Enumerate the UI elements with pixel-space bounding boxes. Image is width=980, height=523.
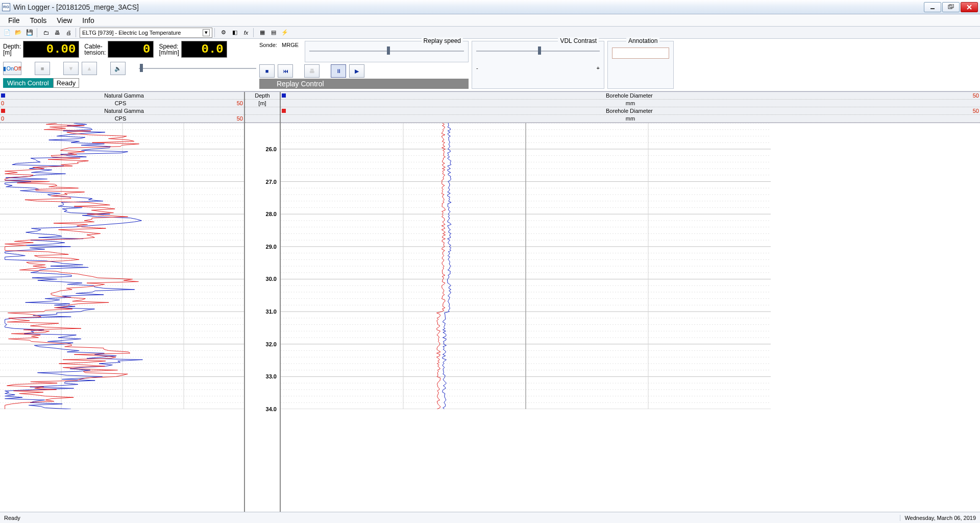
tool-new-icon[interactable]: 📄	[2, 28, 12, 38]
maximize-button[interactable]	[942, 2, 960, 12]
tool-func2-icon[interactable]: ◧	[230, 28, 240, 38]
winch-status: Ready	[53, 78, 80, 88]
depth-tick: 28.0	[266, 211, 277, 217]
sonde-label: Sonde:	[259, 42, 277, 48]
track-depth-body[interactable]: 26.027.028.029.030.031.032.033.034.0	[245, 123, 280, 512]
tool-grid1-icon[interactable]: ▦	[257, 28, 267, 38]
replay-play-button[interactable]: ▶	[349, 64, 364, 78]
vdl-contrast-label: VDL Contrast	[558, 37, 599, 44]
depth-tick: 31.0	[266, 308, 277, 315]
series-color-blue-icon	[1, 93, 5, 98]
depth-unit: [m]	[3, 49, 12, 56]
toolbar-separator	[37, 28, 39, 37]
control-row: Depth:[m] 0.00 Cable-tension: 0 Speed:[m…	[0, 39, 980, 91]
toolbar-separator	[76, 28, 78, 37]
series-color-red-icon	[282, 109, 286, 113]
title-bar: RG Win Logger - [20181205_merge_3ACS]	[0, 0, 980, 14]
vdl-minus: -	[476, 65, 478, 71]
winch-audio-button[interactable]: 🔈	[110, 62, 126, 75]
tool-sonde-select-text: ELTG [9739] - Electric Log Temperature	[82, 30, 181, 36]
winch-speed-slider[interactable]	[139, 62, 256, 75]
track-borehole-body[interactable]	[281, 123, 980, 512]
tool-print-icon[interactable]: 🖶	[52, 28, 62, 38]
annotation-panel: Annotation	[607, 41, 674, 89]
replay-speed-slider[interactable]	[309, 44, 464, 58]
speed-unit: [m/min]	[159, 49, 179, 56]
winch-up-button[interactable]: ▲	[82, 62, 97, 75]
vdl-contrast-panel: VDL Contrast - +	[472, 41, 604, 89]
app-icon: RG	[2, 3, 10, 11]
tool-fx-icon[interactable]: fx	[241, 28, 251, 38]
window-title: Win Logger - [20181205_merge_3ACS]	[13, 3, 923, 11]
depth-value: 0.00	[23, 41, 79, 58]
menu-file[interactable]: File	[3, 15, 25, 26]
tool-bolt-icon[interactable]: ⚡	[280, 28, 290, 38]
toolbar: 📄 📂 💾 🗀 🖶 🖨 ELTG [9739] - Electric Log T…	[0, 27, 980, 39]
depth-tick: 26.0	[266, 146, 277, 152]
tool-open-icon[interactable]: 📂	[13, 28, 23, 38]
tension-label2: tension:	[84, 49, 106, 56]
vdl-plus: +	[597, 65, 600, 71]
speed-value: 0.0	[181, 41, 227, 58]
replay-print-button[interactable]: 🖶	[304, 64, 320, 78]
toolbar-separator	[214, 28, 216, 37]
winch-control-badge: Winch Control	[3, 78, 53, 88]
depth-tick: 29.0	[266, 244, 277, 250]
status-date: Wednesday, March 06, 2019	[900, 515, 976, 521]
menu-view[interactable]: View	[52, 15, 77, 26]
chevron-down-icon: ▾	[203, 29, 210, 36]
status-text: Ready	[4, 515, 20, 521]
replay-control-bar: Replay Control	[259, 79, 469, 89]
annotation-label: Annotation	[626, 37, 659, 44]
track-gamma-header: Natural Gamma 0CPS50 Natural Gamma 0CPS5…	[0, 92, 244, 123]
winch-stop-button[interactable]: ■	[35, 62, 50, 75]
depth-readout: Depth:[m] 0.00	[3, 41, 79, 58]
minimize-button[interactable]	[924, 2, 941, 12]
tool-sonde-select[interactable]: ELTG [9739] - Electric Log Temperature ▾	[80, 28, 212, 38]
depth-tick: 27.0	[266, 179, 277, 185]
track-gamma: Natural Gamma 0CPS50 Natural Gamma 0CPS5…	[0, 92, 245, 512]
winch-onoff-button[interactable]: ▮OnOff	[3, 62, 21, 75]
menu-bar: File Tools View Info	[0, 14, 980, 27]
speed-readout: Speed:[m/min] 0.0	[159, 41, 227, 58]
depth-tick: 30.0	[266, 276, 277, 282]
tool-grid2-icon[interactable]: ▤	[268, 28, 279, 38]
tension-readout: Cable-tension: 0	[84, 41, 154, 58]
close-button[interactable]	[961, 2, 978, 12]
menu-info[interactable]: Info	[77, 15, 99, 26]
depth-tick: 33.0	[266, 373, 277, 379]
replay-rewind-button[interactable]: ⏮	[278, 64, 293, 78]
vdl-contrast-slider[interactable]	[476, 44, 600, 58]
tool-printpreview-icon[interactable]: 🖨	[63, 28, 74, 38]
replay-pause-button[interactable]: ⏸	[331, 64, 346, 78]
menu-tools[interactable]: Tools	[25, 15, 52, 26]
tool-folder-icon[interactable]: 🗀	[41, 28, 51, 38]
depth-tick: 34.0	[266, 406, 277, 412]
track-depth-header: Depth [m]	[245, 92, 280, 123]
track-depth: Depth [m] 26.027.028.029.030.031.032.033…	[245, 92, 281, 512]
status-bar: Ready Wednesday, March 06, 2019	[0, 512, 980, 523]
depth-tick: 32.0	[266, 341, 277, 347]
track-borehole-header: Borehole Diameter50 mm Borehole Diameter…	[281, 92, 980, 123]
annotation-input[interactable]	[612, 47, 669, 59]
replay-stop-button[interactable]: ■	[259, 64, 275, 78]
tool-save-icon[interactable]: 💾	[24, 28, 35, 38]
series-color-blue-icon	[282, 93, 286, 98]
replay-speed-label: Replay speed	[422, 37, 463, 44]
winch-down-button[interactable]: ▼	[63, 62, 79, 75]
log-area: Natural Gamma 0CPS50 Natural Gamma 0CPS5…	[0, 91, 980, 512]
sonde-value: MRGE	[282, 42, 299, 48]
tool-func1-icon[interactable]: ⚙	[218, 28, 229, 38]
series-color-red-icon	[1, 109, 5, 113]
tension-value: 0	[108, 41, 154, 58]
track-gamma-body[interactable]	[0, 123, 244, 512]
track-borehole: Borehole Diameter50 mm Borehole Diameter…	[281, 92, 980, 512]
toolbar-separator	[253, 28, 255, 37]
